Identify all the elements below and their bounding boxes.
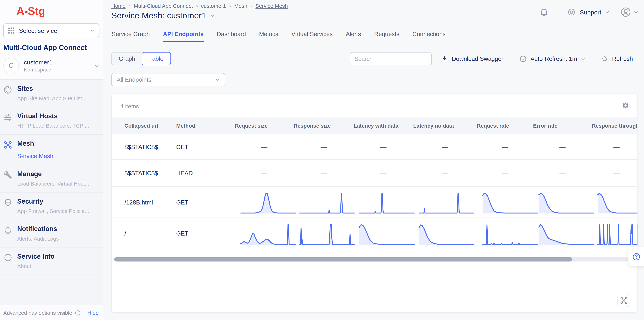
sparkline-chart [539, 223, 594, 246]
chevron-down-icon [90, 28, 95, 33]
mesh-icon [3, 140, 12, 159]
cell-request-size: — [235, 134, 294, 159]
sidebar-item-security[interactable]: Security App Firewall, Service Policie..… [0, 193, 103, 220]
sidebar-item-description: About [17, 263, 54, 269]
table-row[interactable]: /128B.html GET [112, 187, 638, 218]
cell-response-size: — [294, 160, 354, 186]
namespace-name: customer1 [24, 59, 94, 66]
endpoint-filter-value: All Endpoints [117, 76, 215, 83]
sidebar-sublink-service-mesh[interactable]: Service Mesh [17, 153, 54, 159]
sidebar-item-label: Manage [17, 170, 90, 178]
info-icon [3, 253, 12, 269]
breadcrumb-service-mesh[interactable]: Service Mesh [256, 3, 288, 9]
breadcrumb-separator: › [229, 3, 231, 9]
sidebar-item-description: App Site Map, App Site List, ... [17, 95, 90, 101]
breadcrumb-customer1[interactable]: customer1 [201, 3, 226, 9]
product-title: Multi-Cloud App Connect [3, 44, 99, 52]
chevron-down-icon [581, 56, 585, 61]
expand-mesh-button[interactable] [617, 294, 630, 307]
chevron-down-icon [605, 9, 610, 14]
scrollbar-thumb[interactable] [114, 257, 572, 262]
app-logo[interactable]: A-Stg [16, 5, 103, 18]
cell-method: GET [176, 143, 235, 150]
sidebar-footer: Advanced nav options visible Hide [0, 305, 103, 320]
sparkline-chart [419, 223, 474, 246]
hide-advanced-nav-link[interactable]: Hide [88, 310, 99, 316]
table-view-button[interactable]: Table [142, 52, 171, 65]
cell-method: GET [176, 199, 235, 205]
sidebar-item-mesh[interactable]: Mesh Service Mesh [0, 135, 103, 165]
endpoint-filter-select[interactable]: All Endpoints [111, 73, 225, 86]
table-row[interactable]: / GET [112, 218, 638, 249]
chevron-down-icon [215, 77, 220, 82]
column-header[interactable]: Method [176, 123, 235, 129]
sparkline-chart [300, 223, 354, 246]
support-label: Support [580, 8, 602, 15]
table-header-row: Collapsed url Method Request size Respon… [112, 117, 638, 134]
cell-latency-no-data [413, 218, 477, 249]
cell-request-rate: — [477, 160, 533, 186]
column-header[interactable]: Request rate [477, 123, 533, 129]
breadcrumb-mesh[interactable]: Mesh [234, 3, 247, 9]
graph-view-button[interactable]: Graph [112, 52, 142, 65]
notification-bell-icon[interactable] [540, 7, 549, 16]
sidebar-item-sites[interactable]: Sites App Site Map, App Site List, ... [0, 80, 103, 107]
namespace-selector[interactable]: C customer1 Namespace [3, 58, 99, 73]
tab-api-endpoints[interactable]: API Endpoints [163, 31, 204, 42]
table-row[interactable]: $$STATIC$$ HEAD — — — — — — — [112, 160, 638, 187]
sidebar-item-manage[interactable]: Manage Load Balancers, Virtual Host... [0, 165, 103, 192]
breadcrumb-multi-cloud-app-connect[interactable]: Multi-Cloud App Connect [134, 3, 193, 9]
cell-latency-no-data [413, 187, 477, 218]
refresh-button[interactable]: Refresh [601, 55, 633, 62]
cell-collapsed-url: / [124, 230, 176, 237]
breadcrumb-home[interactable]: Home [111, 3, 126, 9]
cell-response-throughput [592, 218, 638, 249]
tab-dashboard[interactable]: Dashboard [217, 31, 246, 42]
column-header[interactable]: Latency no data [413, 123, 477, 129]
cell-request-rate [477, 218, 533, 249]
page-title: Service Mesh: customer1 [111, 11, 206, 20]
horizontal-scrollbar[interactable] [114, 257, 629, 262]
tab-requests[interactable]: Requests [374, 31, 399, 42]
download-swagger-button[interactable]: Download Swagger [441, 55, 503, 62]
user-menu[interactable] [620, 6, 638, 17]
chevron-down-icon [94, 63, 100, 68]
gear-icon[interactable] [622, 102, 629, 111]
sidebar-item-virtual-hosts[interactable]: Virtual Hosts HTTP Load Balancers, TCP .… [0, 107, 103, 135]
sidebar-item-notifications[interactable]: Notifications Alerts, Audit Logs [0, 220, 103, 248]
main-content: Home › Multi-Cloud App Connect › custome… [103, 0, 644, 320]
column-header[interactable]: Response throughput [592, 123, 638, 129]
namespace-type-label: Namespace [24, 67, 94, 73]
auto-refresh-label: Auto-Refresh: 1m [530, 55, 577, 62]
support-menu[interactable]: Support [568, 7, 610, 16]
sidebar-item-service-info[interactable]: Service Info About [0, 248, 103, 275]
cell-error-rate [533, 187, 592, 218]
column-header[interactable]: Request size [235, 123, 294, 129]
divider [558, 6, 558, 18]
chevron-down-icon[interactable] [210, 13, 216, 18]
sparkline-chart [598, 191, 638, 215]
refresh-label: Refresh [612, 55, 633, 62]
namespace-avatar: C [3, 58, 19, 73]
select-service-dropdown[interactable]: Select service [3, 23, 99, 37]
column-header[interactable]: Latency with data [354, 123, 413, 129]
tab-metrics[interactable]: Metrics [259, 31, 278, 42]
column-header[interactable]: Response size [294, 123, 354, 129]
tab-alerts[interactable]: Alerts [346, 31, 361, 42]
tab-service-graph[interactable]: Service Graph [112, 31, 150, 42]
cell-request-size [235, 218, 294, 249]
cell-collapsed-url: $$STATIC$$ [124, 143, 176, 150]
cell-response-throughput: — [592, 134, 638, 159]
toolbar-actions: Download Swagger Auto-Refresh: 1m Refre [441, 52, 633, 65]
sidebar-item-description: Alerts, Audit Logs [17, 236, 59, 242]
search-input[interactable] [350, 52, 432, 65]
help-button[interactable] [628, 247, 644, 266]
column-header[interactable]: Collapsed url [124, 123, 176, 129]
auto-refresh-dropdown[interactable]: Auto-Refresh: 1m [519, 55, 586, 63]
cell-method: HEAD [176, 170, 235, 176]
tab-connections[interactable]: Connections [412, 31, 446, 42]
column-header[interactable]: Error rate [533, 123, 592, 129]
table-row[interactable]: $$STATIC$$ GET — — — — — — — [112, 134, 638, 160]
sidebar-item-label: Service Info [17, 253, 54, 260]
tab-virtual-services[interactable]: Virtual Services [291, 31, 332, 42]
